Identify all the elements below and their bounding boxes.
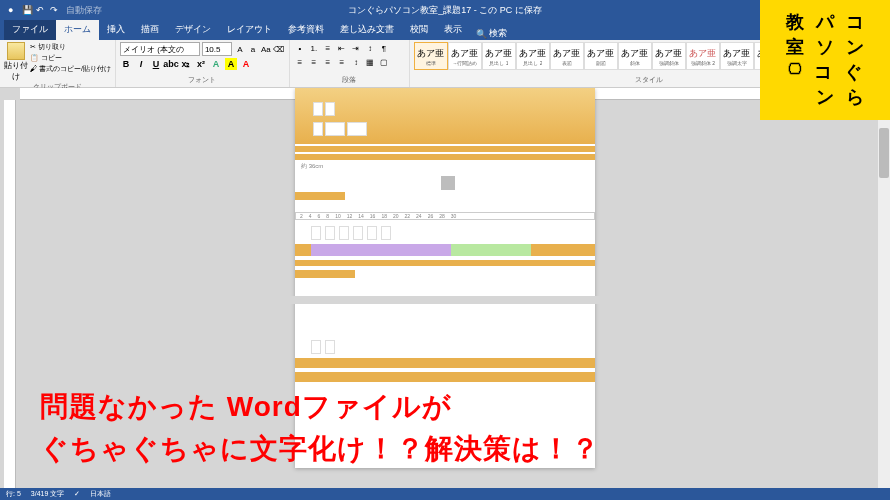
garbled-block	[531, 244, 595, 256]
autosave-label: 自動保存	[66, 4, 102, 17]
sort-icon[interactable]: ↕	[364, 42, 376, 54]
tab-insert[interactable]: 挿入	[99, 19, 133, 40]
tab-home[interactable]: ホーム	[56, 19, 99, 40]
bold-button[interactable]: B	[120, 58, 132, 70]
ruler-marker-label: 約 36cm	[301, 162, 323, 171]
garbled-block	[451, 244, 531, 256]
vertical-scrollbar[interactable]	[878, 88, 890, 488]
strike-button[interactable]: abc	[165, 58, 177, 70]
font-size-combo[interactable]: 10.5	[202, 42, 232, 56]
status-proofing-icon[interactable]: ✓	[74, 490, 80, 498]
borders-icon[interactable]: ▢	[378, 56, 390, 68]
banner-char: ぐ	[844, 62, 862, 82]
banner-char: コ	[814, 62, 832, 82]
status-words[interactable]: 3/419 文字	[31, 489, 64, 499]
ribbon-tabs: ファイル ホーム 挿入 描画 デザイン レイアウト 参考資料 差し込み文書 校閲…	[0, 20, 890, 40]
format-painter-button[interactable]: 🖌 書式のコピー/貼り付け	[30, 64, 111, 74]
shading-icon[interactable]: ▦	[364, 56, 376, 68]
cut-button[interactable]: ✂ 切り取り	[30, 42, 111, 52]
garbled-fragment	[347, 122, 367, 136]
paste-button[interactable]: 貼り付け	[4, 42, 28, 82]
paste-icon	[7, 42, 25, 60]
search-icon: 🔍	[476, 29, 487, 39]
tab-file[interactable]: ファイル	[4, 19, 56, 40]
banner-char: ソ	[816, 37, 834, 57]
garbled-block	[295, 358, 595, 368]
bullets-icon[interactable]: •	[294, 42, 306, 54]
window-titlebar: ● 💾 ↶ ↷ 自動保存 コンぐらパソコン教室_課題17 - この PC に保存	[0, 0, 890, 20]
style-item[interactable]: あア亜→行間詰め	[448, 42, 482, 70]
scrollbar-thumb[interactable]	[879, 128, 889, 178]
increase-font-icon[interactable]: A	[234, 43, 246, 55]
tab-mailings[interactable]: 差し込み文書	[332, 19, 402, 40]
change-case-icon[interactable]: Aa	[260, 43, 272, 55]
status-page[interactable]: 行: 5	[6, 489, 21, 499]
subscript-button[interactable]: x₂	[180, 58, 192, 70]
font-name-combo[interactable]: メイリオ (本文の	[120, 42, 200, 56]
search-label: 検索	[489, 27, 507, 40]
group-paragraph: • 1. ≡ ⇤ ⇥ ↕ ¶ ≡ ≡ ≡ ≡ ↕ ▦ ▢ 段落	[290, 40, 410, 87]
garbled-row	[311, 226, 391, 240]
status-language[interactable]: 日本語	[90, 489, 111, 499]
align-left-icon[interactable]: ≡	[294, 56, 306, 68]
clear-format-icon[interactable]: ⌫	[273, 43, 285, 55]
garbled-block	[295, 260, 595, 266]
garbled-block	[295, 192, 345, 200]
multilevel-icon[interactable]: ≡	[322, 42, 334, 54]
group-label-paragraph: 段落	[294, 75, 405, 85]
search-box[interactable]: 🔍 検索	[470, 27, 513, 40]
save-icon[interactable]: 💾	[22, 5, 32, 15]
vertical-ruler[interactable]	[4, 100, 16, 488]
style-item[interactable]: あア亜強調斜体 2	[686, 42, 720, 70]
garbled-row	[311, 340, 335, 354]
style-item[interactable]: あア亜表題	[550, 42, 584, 70]
style-item[interactable]: あア亜副題	[584, 42, 618, 70]
italic-button[interactable]: I	[135, 58, 147, 70]
banner-char: ら	[846, 87, 864, 107]
decrease-indent-icon[interactable]: ⇤	[336, 42, 348, 54]
overlay-banner: 教 パ コ 室 ソ ン 🖵 コ ぐ ン ら	[760, 0, 890, 120]
style-item[interactable]: あア亜標準	[414, 42, 448, 70]
justify-icon[interactable]: ≡	[336, 56, 348, 68]
paste-label: 貼り付け	[4, 60, 28, 82]
align-right-icon[interactable]: ≡	[322, 56, 334, 68]
font-color-icon[interactable]: A	[240, 58, 252, 70]
autosave-toggle[interactable]: ●	[8, 5, 18, 15]
style-item[interactable]: あア亜斜体	[618, 42, 652, 70]
tab-draw[interactable]: 描画	[133, 19, 167, 40]
superscript-button[interactable]: x²	[195, 58, 207, 70]
tab-design[interactable]: デザイン	[167, 19, 219, 40]
garbled-block	[295, 244, 311, 256]
garbled-block	[295, 372, 595, 382]
tab-layout[interactable]: レイアウト	[219, 19, 280, 40]
tab-references[interactable]: 参考資料	[280, 19, 332, 40]
garbled-fragment	[441, 176, 455, 190]
redo-icon[interactable]: ↷	[50, 5, 60, 15]
text-effects-icon[interactable]: A	[210, 58, 222, 70]
show-marks-icon[interactable]: ¶	[378, 42, 390, 54]
status-bar: 行: 5 3/419 文字 ✓ 日本語	[0, 488, 890, 500]
banner-char: ン	[846, 37, 864, 57]
group-label-font: フォント	[120, 75, 285, 85]
highlight-icon[interactable]: A	[225, 58, 237, 70]
style-item[interactable]: あア亜強調斜体	[652, 42, 686, 70]
group-clipboard: 貼り付け ✂ 切り取り 📋 コピー 🖌 書式のコピー/貼り付け クリップボード	[0, 40, 116, 87]
headline-line: 問題なかった Wordファイルが	[40, 386, 600, 428]
align-center-icon[interactable]: ≡	[308, 56, 320, 68]
line-spacing-icon[interactable]: ↕	[350, 56, 362, 68]
quick-access-toolbar: ● 💾 ↶ ↷	[8, 5, 60, 15]
increase-indent-icon[interactable]: ⇥	[350, 42, 362, 54]
underline-button[interactable]: U	[150, 58, 162, 70]
banner-char: 室	[786, 37, 804, 57]
garbled-fragment	[325, 102, 335, 116]
style-item[interactable]: あア亜強調太字	[720, 42, 754, 70]
numbering-icon[interactable]: 1.	[308, 42, 320, 54]
style-item[interactable]: あア亜見出し 2	[516, 42, 550, 70]
copy-button[interactable]: 📋 コピー	[30, 53, 111, 63]
tab-view[interactable]: 表示	[436, 19, 470, 40]
style-item[interactable]: あア亜見出し 1	[482, 42, 516, 70]
page-gap	[289, 296, 601, 304]
undo-icon[interactable]: ↶	[36, 5, 46, 15]
tab-review[interactable]: 校閲	[402, 19, 436, 40]
decrease-font-icon[interactable]: a	[247, 43, 259, 55]
